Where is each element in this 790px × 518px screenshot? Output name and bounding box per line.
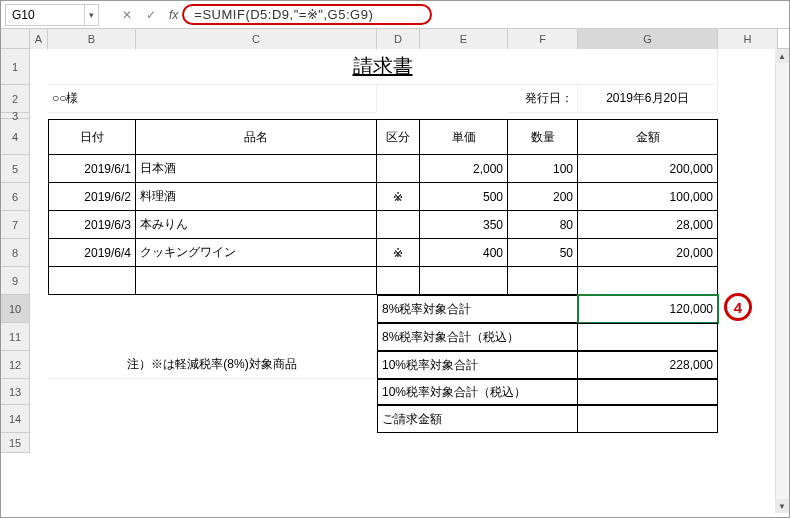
row-header-7[interactable]: 7	[1, 211, 29, 239]
issue-date-label: 発行日：	[508, 85, 578, 113]
name-box-value: G10	[12, 8, 35, 22]
summary-label: 10%税率対象合計	[377, 351, 578, 379]
cell-class[interactable]: ※	[377, 239, 420, 267]
row-headers: 123456789101112131415	[1, 49, 30, 453]
summary-value[interactable]	[578, 405, 718, 433]
select-all-corner[interactable]	[1, 29, 30, 49]
th-class: 区分	[377, 119, 420, 155]
col-header-E[interactable]: E	[420, 29, 508, 49]
cell-price[interactable]: 350	[420, 211, 508, 239]
note: 注）※は軽減税率(8%)対象商品	[48, 351, 377, 379]
cell[interactable]	[578, 267, 718, 295]
cell-price[interactable]: 500	[420, 183, 508, 211]
col-header-D[interactable]: D	[377, 29, 420, 49]
cell-date[interactable]: 2019/6/3	[48, 211, 136, 239]
th-name: 品名	[136, 119, 377, 155]
issue-date: 2019年6月20日	[578, 85, 718, 113]
fx-icon[interactable]: fx	[163, 8, 184, 22]
cell-name[interactable]: 本みりん	[136, 211, 377, 239]
cell-date[interactable]: 2019/6/1	[48, 155, 136, 183]
scroll-down-icon[interactable]: ▼	[775, 499, 789, 513]
cell[interactable]	[420, 267, 508, 295]
th-price: 単価	[420, 119, 508, 155]
column-headers: ABCDEFGH	[30, 29, 789, 49]
row-header-14[interactable]: 14	[1, 405, 29, 433]
vertical-scrollbar[interactable]: ▲ ▼	[775, 49, 789, 513]
summary-value[interactable]: 120,000	[578, 295, 718, 323]
name-box-dropdown[interactable]: ▾	[85, 4, 99, 26]
col-header-A[interactable]: A	[30, 29, 48, 49]
row-header-15[interactable]: 15	[1, 433, 29, 453]
col-header-C[interactable]: C	[136, 29, 377, 49]
name-box[interactable]: G10	[5, 4, 85, 26]
cell-amount[interactable]: 100,000	[578, 183, 718, 211]
cell[interactable]	[377, 267, 420, 295]
cell-date[interactable]: 2019/6/4	[48, 239, 136, 267]
cell-price[interactable]: 400	[420, 239, 508, 267]
cell[interactable]	[136, 267, 377, 295]
summary-value[interactable]: 228,000	[578, 351, 718, 379]
cell[interactable]	[48, 267, 136, 295]
formula-text: =SUMIF(D5:D9,"=※",G5:G9)	[194, 7, 373, 22]
cell-price[interactable]: 2,000	[420, 155, 508, 183]
cell-amount[interactable]: 200,000	[578, 155, 718, 183]
sheet-area: ABCDEFGH 123456789101112131415 請求書○○様発行日…	[1, 29, 789, 513]
summary-value[interactable]	[578, 323, 718, 351]
th-amount: 金額	[578, 119, 718, 155]
cell[interactable]	[508, 267, 578, 295]
enter-icon[interactable]: ✓	[139, 4, 163, 26]
summary-label: ご請求金額	[377, 405, 578, 433]
row-header-4[interactable]: 4	[1, 119, 29, 155]
cell-name[interactable]: クッキングワイン	[136, 239, 377, 267]
summary-label: 8%税率対象合計	[377, 295, 578, 323]
formula-bar: G10 ▾ ✕ ✓ fx =SUMIF(D5:D9,"=※",G5:G9)	[1, 1, 789, 29]
cell-qty[interactable]: 100	[508, 155, 578, 183]
formula-input[interactable]: =SUMIF(D5:D9,"=※",G5:G9)	[182, 4, 432, 25]
cell-amount[interactable]: 28,000	[578, 211, 718, 239]
page-title: 請求書	[48, 49, 718, 85]
cell-class[interactable]: ※	[377, 183, 420, 211]
row-header-6[interactable]: 6	[1, 183, 29, 211]
cell-qty[interactable]: 50	[508, 239, 578, 267]
cell-name[interactable]: 日本酒	[136, 155, 377, 183]
summary-label: 10%税率対象合計（税込）	[377, 379, 578, 405]
row-header-9[interactable]: 9	[1, 267, 29, 295]
summary-label: 8%税率対象合計（税込）	[377, 323, 578, 351]
row-header-1[interactable]: 1	[1, 49, 29, 85]
col-header-H[interactable]: H	[718, 29, 778, 49]
row-header-13[interactable]: 13	[1, 379, 29, 405]
row-header-5[interactable]: 5	[1, 155, 29, 183]
client-name: ○○様	[48, 85, 377, 113]
cell-class[interactable]	[377, 211, 420, 239]
row-header-12[interactable]: 12	[1, 351, 29, 379]
callout-4: 4	[724, 293, 752, 321]
cancel-icon[interactable]: ✕	[115, 4, 139, 26]
col-header-G[interactable]: G	[578, 29, 718, 49]
cell-class[interactable]	[377, 155, 420, 183]
th-qty: 数量	[508, 119, 578, 155]
cell-qty[interactable]: 200	[508, 183, 578, 211]
cell-name[interactable]: 料理酒	[136, 183, 377, 211]
row-header-8[interactable]: 8	[1, 239, 29, 267]
grid[interactable]: 請求書○○様発行日：2019年6月20日日付品名区分単価数量金額2019/6/1…	[30, 49, 789, 513]
row-header-11[interactable]: 11	[1, 323, 29, 351]
row-header-10[interactable]: 10	[1, 295, 29, 323]
th-date: 日付	[48, 119, 136, 155]
col-header-B[interactable]: B	[48, 29, 136, 49]
col-header-F[interactable]: F	[508, 29, 578, 49]
scroll-up-icon[interactable]: ▲	[775, 49, 789, 63]
cell-qty[interactable]: 80	[508, 211, 578, 239]
cell-date[interactable]: 2019/6/2	[48, 183, 136, 211]
summary-value[interactable]	[578, 379, 718, 405]
cell-amount[interactable]: 20,000	[578, 239, 718, 267]
